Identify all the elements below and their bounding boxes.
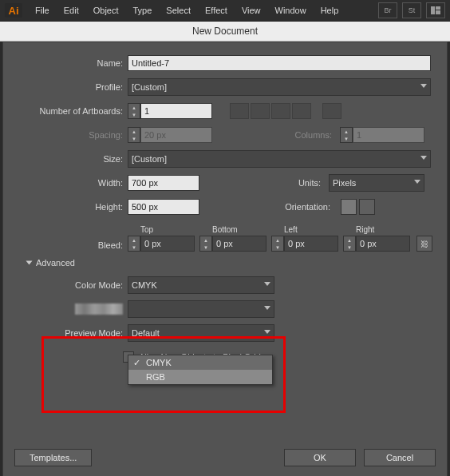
- bleed-top-input[interactable]: [140, 236, 195, 252]
- new-document-dialog: Name: Profile: [Custom] Number of Artboa…: [2, 42, 448, 476]
- spacing-spinner: ▲▼: [128, 127, 212, 143]
- num-artboards-input[interactable]: [140, 103, 212, 119]
- menu-effect[interactable]: Effect: [199, 3, 234, 18]
- name-input[interactable]: [128, 55, 431, 71]
- label-width: Width:: [3, 178, 128, 188]
- menu-help[interactable]: Help: [314, 3, 345, 18]
- color-mode-option-cmyk[interactable]: ✓ CMYK: [128, 355, 272, 370]
- color-mode-dropdown: ✓ CMYK RGB: [128, 355, 273, 385]
- svg-rect-0: [431, 6, 435, 14]
- svg-rect-2: [436, 10, 440, 14]
- bleed-bottom-input[interactable]: [212, 236, 266, 252]
- label-color-mode: Color Mode:: [3, 280, 128, 290]
- advanced-section-header[interactable]: Advanced: [3, 258, 447, 268]
- label-bleed-top: Top: [128, 225, 195, 234]
- orientation-landscape-button[interactable]: [359, 199, 375, 215]
- label-units: Units:: [298, 178, 326, 188]
- color-mode-select[interactable]: CMYK: [128, 276, 274, 294]
- color-mode-option-rgb[interactable]: RGB: [128, 370, 272, 384]
- bleed-right-spinner[interactable]: ▲▼: [343, 236, 410, 252]
- width-input[interactable]: [128, 175, 199, 191]
- label-raster-effects-blurred: [3, 303, 128, 315]
- label-name: Name:: [3, 58, 128, 68]
- disclosure-triangle-icon: [26, 261, 33, 265]
- label-bleed-right: Right: [343, 225, 410, 234]
- num-artboards-spinner[interactable]: ▲▼: [128, 103, 212, 119]
- menu-window[interactable]: Window: [269, 3, 313, 18]
- label-preview-mode: Preview Mode:: [3, 328, 128, 338]
- spinner-buttons-icon: ▲▼: [128, 127, 140, 143]
- label-bleed-bottom: Bottom: [199, 225, 266, 234]
- menu-view[interactable]: View: [235, 3, 267, 18]
- raster-effects-select[interactable]: [128, 300, 274, 318]
- menu-file[interactable]: File: [29, 3, 56, 18]
- artboard-grid-col-icon: [251, 103, 270, 119]
- label-num-artboards: Number of Artboards:: [3, 106, 128, 116]
- height-input[interactable]: [128, 199, 199, 215]
- size-select[interactable]: [Custom]: [128, 150, 431, 168]
- artboard-rtl-icon: [322, 103, 341, 119]
- label-orientation: Orientation:: [285, 202, 335, 212]
- label-bleed: Bleed:: [3, 240, 128, 250]
- menu-select[interactable]: Select: [160, 3, 197, 18]
- menubar: Ai File Edit Object Type Select Effect V…: [0, 0, 450, 22]
- bleed-top-spinner[interactable]: ▲▼: [128, 236, 195, 252]
- layout-icon[interactable]: [426, 2, 445, 18]
- artboard-arrange-right-icon: [271, 103, 290, 119]
- bleed-bottom-spinner[interactable]: ▲▼: [199, 236, 266, 252]
- columns-input: [353, 127, 424, 143]
- bleed-left-spinner[interactable]: ▲▼: [271, 236, 338, 252]
- label-size: Size:: [3, 154, 128, 164]
- profile-select[interactable]: [Custom]: [128, 78, 431, 96]
- artboard-grid-row-icon: [230, 103, 249, 119]
- stock-icon[interactable]: St: [402, 2, 421, 18]
- menu-edit[interactable]: Edit: [57, 3, 85, 18]
- label-spacing: Spacing:: [3, 130, 128, 140]
- preview-mode-select[interactable]: Default: [128, 324, 274, 342]
- menu-type[interactable]: Type: [127, 3, 159, 18]
- label-height: Height:: [3, 202, 128, 212]
- bleed-right-input[interactable]: [356, 236, 410, 252]
- units-select[interactable]: Pixels: [329, 174, 424, 192]
- app-logo: Ai: [5, 3, 22, 18]
- label-profile: Profile:: [3, 82, 128, 92]
- artboard-arrange-down-icon: [292, 103, 311, 119]
- label-columns: Columns:: [295, 130, 337, 140]
- ok-button[interactable]: OK: [284, 449, 356, 466]
- templates-button[interactable]: Templates...: [14, 449, 92, 466]
- svg-rect-1: [436, 6, 440, 10]
- bridge-icon[interactable]: Br: [378, 2, 397, 18]
- spacing-input: [140, 127, 212, 143]
- menu-object[interactable]: Object: [87, 3, 125, 18]
- orientation-portrait-button[interactable]: [341, 199, 357, 215]
- dialog-title: New Document: [0, 22, 450, 42]
- spinner-buttons-icon: ▲▼: [340, 127, 353, 143]
- columns-spinner: ▲▼: [340, 127, 424, 143]
- spinner-buttons-icon[interactable]: ▲▼: [128, 103, 140, 119]
- bleed-left-input[interactable]: [284, 236, 338, 252]
- label-bleed-left: Left: [271, 225, 338, 234]
- cancel-button[interactable]: Cancel: [364, 449, 436, 466]
- bleed-link-button[interactable]: ⛓: [416, 236, 432, 252]
- checkmark-icon: ✓: [133, 358, 140, 368]
